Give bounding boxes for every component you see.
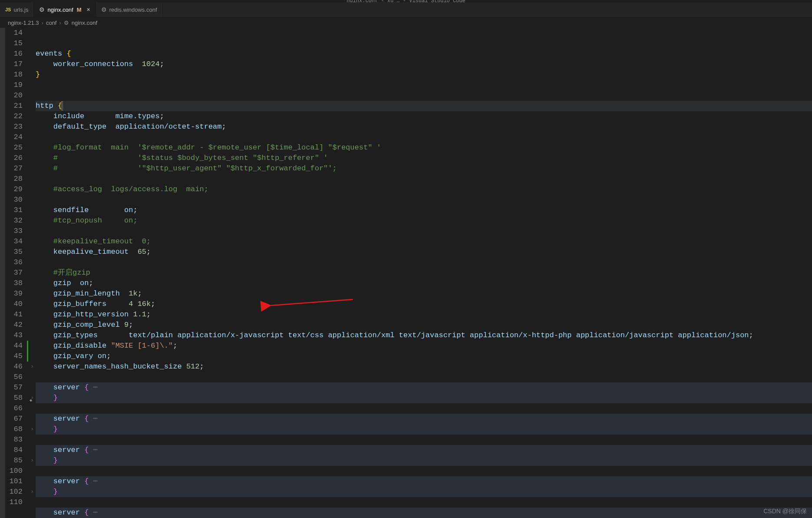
line-number: 15 xyxy=(5,38,23,49)
line-number: 31 xyxy=(5,205,23,216)
close-icon[interactable]: × xyxy=(87,6,90,13)
line-number: 43 xyxy=(5,330,23,341)
watermark: CSDN @徐同保 xyxy=(763,508,807,515)
code-line[interactable]: # '$status $body_bytes_sent "$http_refer… xyxy=(36,153,812,163)
gear-icon: ⚙ xyxy=(101,6,107,13)
code-line[interactable]: #access_log logs/access.log main; xyxy=(36,184,812,195)
fold-chevron-icon[interactable]: › xyxy=(29,455,36,466)
tab-redis-windows-conf[interactable]: ⚙redis.windows.conf xyxy=(96,2,163,17)
line-number: 27 xyxy=(5,163,23,174)
fold-chevron-icon[interactable]: › xyxy=(29,424,36,435)
code-line[interactable]: gzip_min_length 1k; xyxy=(36,289,812,299)
line-number: 34 xyxy=(5,236,23,247)
code-line[interactable]: http { xyxy=(36,101,812,111)
code-line[interactable]: server { ⋯ xyxy=(36,508,812,518)
line-number: 41 xyxy=(5,309,23,320)
code-line[interactable]: keepalive_timeout 65; xyxy=(36,247,812,257)
fold-column[interactable]: ›◆›››› xyxy=(29,28,36,518)
gear-icon: ⚙ xyxy=(39,6,45,13)
tab-label: urls.js xyxy=(13,7,28,13)
line-number: 83 xyxy=(5,435,23,445)
editor: 1415161718192021222324252627282930313233… xyxy=(0,28,812,518)
line-number: 39 xyxy=(5,289,23,299)
code-line[interactable] xyxy=(36,80,812,90)
line-number: 85 xyxy=(5,455,23,466)
activity-bar[interactable] xyxy=(0,28,5,518)
code-area[interactable]: events { worker_connections 1024;}http {… xyxy=(36,28,812,518)
line-number: 100 xyxy=(5,466,23,476)
line-number: 66 xyxy=(5,403,23,414)
code-line[interactable] xyxy=(36,466,812,476)
line-number: 24 xyxy=(5,132,23,143)
code-line[interactable]: gzip_comp_level 9; xyxy=(36,320,812,330)
code-line[interactable]: gzip_types text/plain application/x-java… xyxy=(36,330,812,341)
code-line[interactable]: include mime.types; xyxy=(36,111,812,122)
fold-chevron-icon[interactable]: › xyxy=(29,362,36,372)
code-line[interactable]: server { ⋯ xyxy=(36,476,812,487)
code-line[interactable]: worker_connections 1024; xyxy=(36,59,812,70)
code-line[interactable] xyxy=(36,497,812,508)
code-line[interactable]: } xyxy=(36,393,812,403)
line-number: 46 xyxy=(5,362,23,372)
code-line[interactable] xyxy=(36,403,812,414)
code-line[interactable]: #tcp_nopush on; xyxy=(36,216,812,226)
line-number: 102 xyxy=(5,487,23,497)
code-line[interactable] xyxy=(36,226,812,236)
chevron-right-icon: › xyxy=(42,20,43,26)
code-line[interactable]: gzip_disable "MSIE [1-6]\."; xyxy=(36,341,812,351)
line-number: 30 xyxy=(5,195,23,205)
tab-urls-js[interactable]: JSurls.js xyxy=(0,2,34,17)
code-line[interactable]: gzip_buffers 4 16k; xyxy=(36,299,812,309)
code-line[interactable]: } xyxy=(36,424,812,435)
line-number: 28 xyxy=(5,174,23,184)
breadcrumb-item[interactable]: nginx.conf xyxy=(72,20,97,26)
code-line[interactable] xyxy=(36,174,812,184)
line-number: 21 xyxy=(5,101,23,111)
code-line[interactable]: sendfile on; xyxy=(36,205,812,216)
line-number: 17 xyxy=(5,59,23,70)
fold-chevron-icon[interactable]: › xyxy=(29,487,36,497)
code-line[interactable]: } xyxy=(36,487,812,497)
code-line[interactable]: #log_format main '$remote_addr - $remote… xyxy=(36,143,812,153)
line-number: 29 xyxy=(5,184,23,195)
line-number-gutter: 1415161718192021222324252627282930313233… xyxy=(5,28,29,518)
code-line[interactable]: events { xyxy=(36,49,812,59)
code-line[interactable] xyxy=(36,257,812,268)
code-line[interactable] xyxy=(36,372,812,382)
line-number: 35 xyxy=(5,247,23,257)
code-line[interactable]: server { ⋯ xyxy=(36,445,812,455)
code-line[interactable]: # '"$http_user_agent" "$http_x_forwarded… xyxy=(36,163,812,174)
code-line[interactable]: gzip_http_version 1.1; xyxy=(36,309,812,320)
breadcrumb[interactable]: nginx-1.21.3›conf›⚙nginx.conf xyxy=(0,17,812,28)
breadcrumb-item[interactable]: nginx-1.21.3 xyxy=(8,20,39,26)
breadcrumb-item[interactable]: conf xyxy=(46,20,57,26)
code-line[interactable]: server_names_hash_bucket_size 512; xyxy=(36,362,812,372)
gear-icon: ⚙ xyxy=(64,20,69,26)
code-line[interactable] xyxy=(36,132,812,143)
code-line[interactable] xyxy=(36,90,812,101)
code-line[interactable] xyxy=(36,195,812,205)
tab-label: redis.windows.conf xyxy=(109,7,157,13)
editor-tabs: JSurls.js⚙nginx.confM×⚙redis.windows.con… xyxy=(0,2,812,17)
line-number: 18 xyxy=(5,70,23,80)
code-line[interactable]: server { ⋯ xyxy=(36,382,812,393)
line-number: 44 xyxy=(5,341,23,351)
line-number: 25 xyxy=(5,143,23,153)
tab-label: nginx.conf xyxy=(47,7,73,13)
code-line[interactable]: gzip on; xyxy=(36,278,812,289)
code-line[interactable]: #开启gzip xyxy=(36,268,812,278)
line-number: 26 xyxy=(5,153,23,163)
line-number: 33 xyxy=(5,226,23,236)
code-line[interactable]: default_type application/octet-stream; xyxy=(36,122,812,132)
code-line[interactable]: server { ⋯ xyxy=(36,414,812,424)
line-number: 23 xyxy=(5,122,23,132)
code-line[interactable]: } xyxy=(36,70,812,80)
code-line[interactable]: } xyxy=(36,455,812,466)
code-line[interactable]: gzip_vary on; xyxy=(36,351,812,362)
line-number: 40 xyxy=(5,299,23,309)
tab-nginx-conf[interactable]: ⚙nginx.confM× xyxy=(34,2,96,17)
line-number: 16 xyxy=(5,49,23,59)
code-line[interactable]: #keepalive_timeout 0; xyxy=(36,236,812,247)
line-number: 45 xyxy=(5,351,23,362)
code-line[interactable] xyxy=(36,435,812,445)
